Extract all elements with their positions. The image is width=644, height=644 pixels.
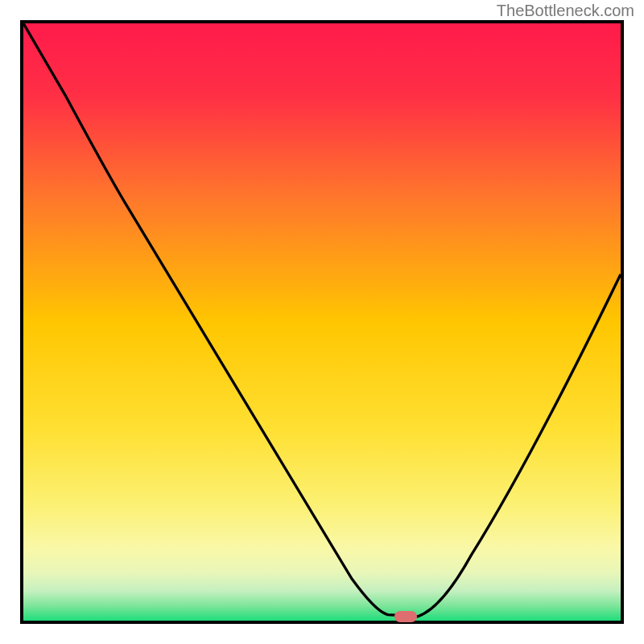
watermark-text: TheBottleneck.com (497, 2, 634, 20)
bottleneck-curve (23, 23, 621, 621)
optimal-point-marker (394, 611, 417, 622)
chart-container (20, 20, 624, 624)
